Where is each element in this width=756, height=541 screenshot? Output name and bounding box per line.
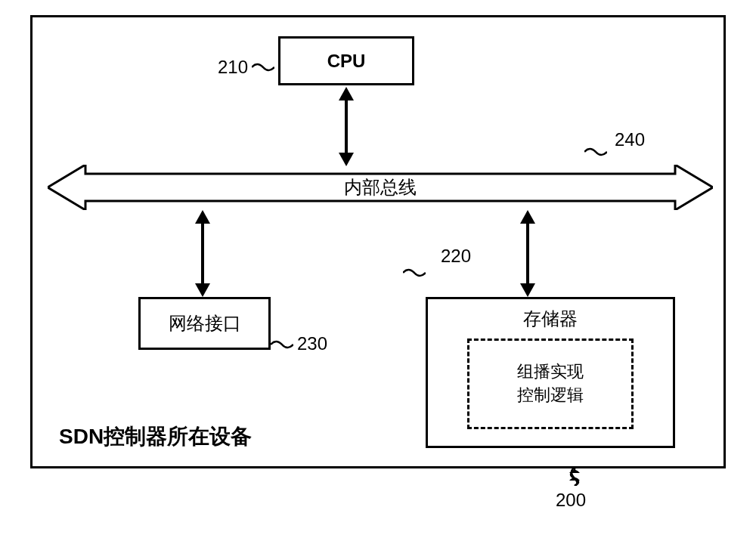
multicast-logic-box: 组播实现 控制逻辑 bbox=[467, 339, 634, 429]
ref-240: 240 bbox=[615, 129, 645, 150]
squiggle-200 bbox=[563, 467, 586, 486]
internal-bus: 内部总线 bbox=[48, 165, 713, 210]
cpu-label: CPU bbox=[327, 51, 366, 72]
svg-marker-9 bbox=[520, 283, 535, 297]
sdn-device-label: SDN控制器所在设备 bbox=[59, 422, 252, 451]
ref-220: 220 bbox=[441, 246, 471, 267]
memory-box: 存储器 组播实现 控制逻辑 bbox=[426, 297, 675, 448]
squiggle-240 bbox=[584, 146, 607, 157]
squiggle-210 bbox=[252, 61, 274, 73]
svg-marker-3 bbox=[339, 153, 354, 166]
arrow-cpu-bus bbox=[335, 87, 358, 166]
squiggle-220 bbox=[403, 267, 426, 278]
ref-200: 200 bbox=[556, 490, 586, 511]
network-interface-box: 网络接口 bbox=[138, 297, 271, 350]
svg-marker-6 bbox=[195, 283, 210, 297]
bus-label: 内部总线 bbox=[344, 175, 417, 199]
network-label: 网络接口 bbox=[169, 311, 241, 335]
arrow-bus-network bbox=[191, 210, 214, 297]
cpu-box: CPU bbox=[278, 36, 414, 85]
sdn-device-container: CPU 210 内部总线 240 网络接口 230 存储器 bbox=[30, 15, 726, 468]
squiggle-230 bbox=[271, 339, 293, 350]
memory-label: 存储器 bbox=[428, 307, 673, 331]
ref-210: 210 bbox=[218, 57, 248, 78]
ref-230: 230 bbox=[297, 333, 327, 354]
svg-marker-2 bbox=[339, 87, 354, 100]
logic-label: 组播实现 控制逻辑 bbox=[517, 360, 584, 407]
svg-marker-8 bbox=[520, 210, 535, 224]
svg-marker-5 bbox=[195, 210, 210, 224]
arrow-bus-memory bbox=[516, 210, 539, 297]
